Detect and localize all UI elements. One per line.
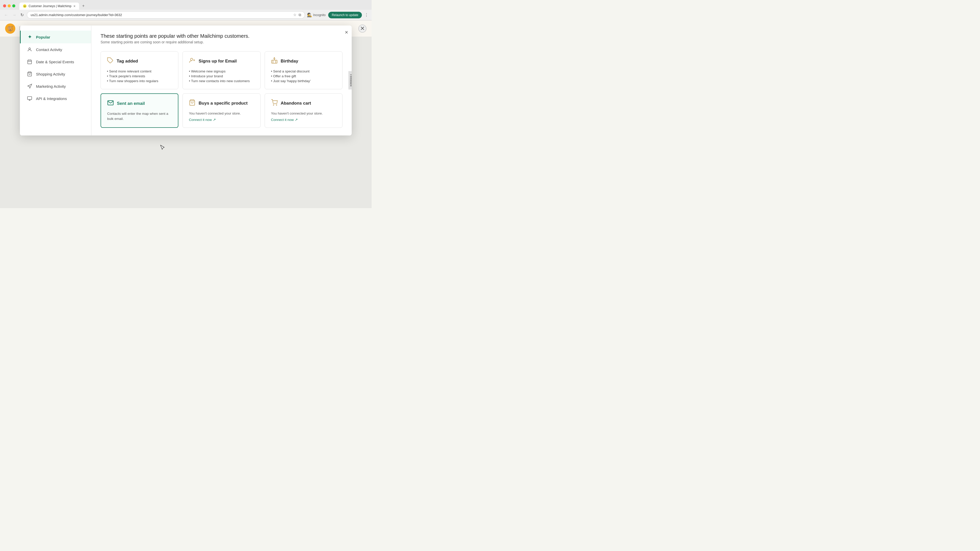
browser-tabs: M Customer Journeys | Mailchimp × + (19, 2, 87, 10)
forward-button[interactable]: → (11, 12, 18, 18)
svg-rect-13 (272, 60, 277, 63)
sidebar-item-shopping-activity[interactable]: Shopping Activity (20, 68, 91, 80)
address-field[interactable]: us21.admin.mailchimp.com/customer-journe… (27, 11, 305, 19)
card-birthday-bullets: Send a special discount Offer a free gif… (271, 69, 336, 83)
signs-up-bullet-3: Turn new contacts into new customers (189, 79, 254, 83)
svg-point-19 (276, 105, 277, 105)
bookmark-icon[interactable]: ☆ (293, 13, 297, 17)
sidebar-item-marketing-activity[interactable]: Marketing Activity (20, 80, 91, 92)
tab-close-button[interactable]: × (73, 4, 76, 8)
sidebar-label-date-special-events: Date & Special Events (36, 60, 74, 64)
sidebar-item-date-special-events[interactable]: Date & Special Events (20, 56, 91, 68)
browser-right-actions: 🕵️ Incognito Relaunch to update ⋮ (307, 12, 369, 18)
birthday-bullet-1: Send a special discount (271, 69, 336, 74)
card-signs-up-email-bullets: Welcome new signups Introduce your brand… (189, 69, 254, 83)
tag-added-icon (107, 57, 114, 65)
card-birthday-title: Birthday (281, 59, 298, 64)
card-birthday-header: Birthday (271, 57, 336, 65)
card-birthday[interactable]: Birthday Send a special discount Offer a… (265, 51, 342, 89)
card-abandons-cart-header: Abandons cart (271, 99, 336, 107)
abandons-cart-link-text: Connect it now (271, 118, 294, 122)
shopping-activity-icon (27, 71, 32, 76)
card-buys-specific-product[interactable]: Buys a specific product You haven't conn… (183, 94, 260, 128)
buys-specific-product-link[interactable]: Connect it now ↗ (189, 118, 216, 122)
browser-active-tab[interactable]: M Customer Journeys | Mailchimp × (19, 3, 79, 10)
card-abandons-cart-body: You haven't connected your store. (271, 111, 336, 116)
svg-point-18 (273, 105, 274, 105)
abandons-cart-link[interactable]: Connect it now ↗ (271, 118, 298, 122)
svg-rect-6 (27, 97, 32, 100)
sidebar-label-shopping-activity: Shopping Activity (36, 72, 65, 76)
incognito-badge: 🕵️ Incognito (307, 13, 326, 17)
card-sent-an-email-body: Contacts will enter the map when sent a … (107, 111, 172, 122)
sidebar-label-popular: Popular (36, 35, 50, 39)
sidebar-item-popular[interactable]: ✦ Popular (20, 30, 91, 43)
new-tab-button[interactable]: + (80, 2, 87, 10)
url-text: us21.admin.mailchimp.com/customer-journe… (30, 13, 292, 17)
tag-added-bullet-2: Track people's interests (107, 74, 172, 79)
dialog: × ✦ Popular Contact Activity (20, 25, 352, 135)
address-icons: ☆ ⧉ (293, 13, 301, 17)
sidebar-item-api-integrations[interactable]: API & Integrations (20, 92, 91, 105)
card-tag-added-bullets: Send more relevant content Track people'… (107, 69, 172, 83)
browser-maximize-button[interactable] (12, 4, 15, 7)
abandons-cart-link-icon: ↗ (295, 118, 298, 122)
birthday-bullet-2: Offer a free gift (271, 74, 336, 79)
popular-icon: ✦ (27, 34, 32, 40)
card-tag-added-header: Tag added (107, 57, 172, 65)
sidebar-label-contact-activity: Contact Activity (36, 48, 62, 52)
tag-added-bullet-1: Send more relevant content (107, 69, 172, 74)
sidebar-label-api-integrations: API & Integrations (36, 97, 67, 101)
tag-added-bullet-3: Turn new shoppers into regulars (107, 79, 172, 83)
card-signs-up-email[interactable]: Signs up for Email Welcome new signups I… (183, 51, 260, 89)
svg-point-10 (191, 58, 193, 60)
cards-grid: Tag added Send more relevant content Tra… (100, 51, 342, 128)
dialog-main-content: These starting points are popular with o… (91, 25, 352, 135)
dialog-header: These starting points are popular with o… (100, 33, 342, 39)
sidebar-item-contact-activity[interactable]: Contact Activity (20, 43, 91, 56)
browser-menu-button[interactable]: ⋮ (364, 13, 369, 17)
card-abandons-cart[interactable]: Abandons cart You haven't connected your… (265, 94, 342, 128)
date-special-events-icon (27, 59, 32, 64)
card-sent-an-email[interactable]: Sent an email Contacts will enter the ma… (100, 94, 178, 128)
sidebar-label-marketing-activity: Marketing Activity (36, 84, 66, 89)
browser-title-bar: M Customer Journeys | Mailchimp × + (0, 0, 372, 10)
extensions-icon[interactable]: ⧉ (299, 13, 301, 17)
tab-title: Customer Journeys | Mailchimp (29, 4, 72, 8)
marketing-activity-icon (27, 84, 32, 89)
browser-chrome: M Customer Journeys | Mailchimp × + ← → … (0, 0, 372, 21)
card-signs-up-email-title: Signs up for Email (199, 59, 237, 64)
card-buys-specific-product-title: Buys a specific product (199, 101, 248, 106)
relaunch-button[interactable]: Relaunch to update (328, 12, 362, 18)
incognito-label: Incognito (313, 13, 326, 17)
birthday-icon (271, 57, 278, 65)
signs-up-email-icon (189, 57, 196, 65)
buys-specific-product-link-icon: ↗ (213, 118, 216, 122)
card-buys-specific-product-body: You haven't connected your store. (189, 111, 254, 116)
card-signs-up-email-header: Signs up for Email (189, 57, 254, 65)
buys-specific-product-link-text: Connect it now (189, 118, 212, 122)
browser-minimize-button[interactable] (8, 4, 11, 7)
refresh-button[interactable]: ↻ (19, 12, 25, 18)
card-tag-added[interactable]: Tag added Send more relevant content Tra… (100, 51, 178, 89)
signs-up-bullet-2: Introduce your brand (189, 74, 254, 79)
app-background: 🐒 My Drip Campaign Flow Draft ✕ × ✦ Popu… (0, 21, 372, 208)
browser-controls (3, 4, 15, 7)
signs-up-bullet-1: Welcome new signups (189, 69, 254, 74)
sidebar: ✦ Popular Contact Activity (20, 25, 91, 135)
birthday-bullet-3: Just say 'happy birthday' (271, 79, 336, 83)
back-button[interactable]: ← (3, 12, 9, 18)
browser-address-bar: ← → ↻ us21.admin.mailchimp.com/customer-… (0, 10, 372, 20)
card-tag-added-title: Tag added (117, 59, 138, 64)
buys-specific-product-icon (189, 99, 196, 107)
dialog-close-button[interactable]: × (345, 29, 348, 36)
card-sent-an-email-title: Sent an email (117, 101, 145, 106)
feedback-tab[interactable]: Feedback (348, 71, 352, 89)
incognito-icon: 🕵️ (307, 13, 312, 17)
browser-close-button[interactable] (3, 4, 6, 7)
dialog-subheader: Some starting points are coming soon or … (100, 40, 342, 44)
contact-activity-icon (27, 47, 32, 52)
card-buys-specific-product-header: Buys a specific product (189, 99, 254, 107)
api-integrations-icon (27, 96, 32, 101)
card-sent-an-email-header: Sent an email (107, 100, 172, 108)
